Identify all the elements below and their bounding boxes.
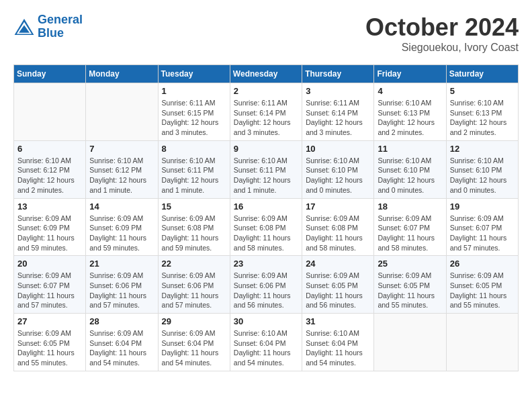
page-header: General Blue October 2024 Siegouekou, Iv… [13, 13, 519, 54]
calendar-cell: 17Sunrise: 6:09 AM Sunset: 6:08 PM Dayli… [302, 198, 374, 256]
day-number: 11 [378, 144, 442, 154]
calendar-cell: 18Sunrise: 6:09 AM Sunset: 6:07 PM Dayli… [374, 198, 446, 256]
day-info: Sunrise: 6:10 AM Sunset: 6:13 PM Dayligh… [450, 98, 515, 138]
day-number: 23 [234, 259, 298, 269]
calendar-cell: 23Sunrise: 6:09 AM Sunset: 6:06 PM Dayli… [230, 256, 302, 314]
day-number: 30 [234, 316, 298, 326]
location-subtitle: Siegouekou, Ivory Coast [365, 42, 519, 54]
header-sunday: Sunday [14, 65, 86, 83]
day-number: 12 [450, 144, 515, 154]
day-number: 3 [306, 86, 370, 96]
calendar-cell: 1Sunrise: 6:11 AM Sunset: 6:15 PM Daylig… [158, 83, 230, 141]
day-info: Sunrise: 6:11 AM Sunset: 6:15 PM Dayligh… [162, 98, 226, 138]
logo-icon [13, 17, 35, 36]
day-number: 18 [378, 201, 442, 212]
calendar-cell: 14Sunrise: 6:09 AM Sunset: 6:09 PM Dayli… [86, 198, 158, 256]
day-info: Sunrise: 6:09 AM Sunset: 6:05 PM Dayligh… [17, 328, 82, 368]
month-title: October 2024 [365, 13, 519, 42]
day-info: Sunrise: 6:10 AM Sunset: 6:11 PM Dayligh… [162, 156, 226, 195]
calendar-week-row: 27Sunrise: 6:09 AM Sunset: 6:05 PM Dayli… [14, 314, 519, 371]
header-monday: Monday [86, 65, 158, 83]
day-number: 16 [234, 201, 298, 212]
day-number: 14 [89, 201, 154, 212]
calendar-cell: 19Sunrise: 6:09 AM Sunset: 6:07 PM Dayli… [446, 198, 518, 256]
day-number: 10 [306, 144, 370, 154]
day-info: Sunrise: 6:09 AM Sunset: 6:08 PM Dayligh… [162, 214, 226, 253]
calendar-cell: 5Sunrise: 6:10 AM Sunset: 6:13 PM Daylig… [446, 83, 518, 141]
calendar-cell [374, 314, 446, 371]
day-info: Sunrise: 6:09 AM Sunset: 6:08 PM Dayligh… [306, 214, 370, 253]
day-info: Sunrise: 6:09 AM Sunset: 6:06 PM Dayligh… [89, 271, 154, 310]
header-wednesday: Wednesday [230, 65, 302, 83]
day-number: 19 [450, 201, 515, 212]
logo: General Blue [13, 13, 83, 40]
day-number: 29 [162, 316, 226, 326]
day-number: 17 [306, 201, 370, 212]
day-info: Sunrise: 6:09 AM Sunset: 6:09 PM Dayligh… [17, 214, 82, 253]
day-info: Sunrise: 6:11 AM Sunset: 6:14 PM Dayligh… [306, 98, 370, 138]
calendar-cell: 12Sunrise: 6:10 AM Sunset: 6:10 PM Dayli… [446, 140, 518, 198]
calendar-cell [446, 314, 518, 371]
day-number: 2 [234, 86, 298, 96]
calendar-cell: 9Sunrise: 6:10 AM Sunset: 6:11 PM Daylig… [230, 140, 302, 198]
calendar-cell: 28Sunrise: 6:09 AM Sunset: 6:04 PM Dayli… [86, 314, 158, 371]
calendar-cell [86, 83, 158, 141]
calendar-cell: 25Sunrise: 6:09 AM Sunset: 6:05 PM Dayli… [374, 256, 446, 314]
calendar-week-row: 13Sunrise: 6:09 AM Sunset: 6:09 PM Dayli… [14, 198, 519, 256]
header-thursday: Thursday [302, 65, 374, 83]
day-number: 25 [378, 259, 442, 269]
day-info: Sunrise: 6:09 AM Sunset: 6:06 PM Dayligh… [234, 271, 298, 310]
calendar-cell: 22Sunrise: 6:09 AM Sunset: 6:06 PM Dayli… [158, 256, 230, 314]
calendar-cell: 29Sunrise: 6:09 AM Sunset: 6:04 PM Dayli… [158, 314, 230, 371]
day-number: 4 [378, 86, 442, 96]
calendar-week-row: 6Sunrise: 6:10 AM Sunset: 6:12 PM Daylig… [14, 140, 519, 198]
day-info: Sunrise: 6:09 AM Sunset: 6:05 PM Dayligh… [450, 271, 515, 310]
day-number: 6 [17, 144, 82, 154]
logo-text: General Blue [38, 13, 83, 40]
day-number: 5 [450, 86, 515, 96]
calendar-cell: 26Sunrise: 6:09 AM Sunset: 6:05 PM Dayli… [446, 256, 518, 314]
calendar-cell: 8Sunrise: 6:10 AM Sunset: 6:11 PM Daylig… [158, 140, 230, 198]
day-info: Sunrise: 6:09 AM Sunset: 6:07 PM Dayligh… [378, 214, 442, 253]
day-number: 22 [162, 259, 226, 269]
day-info: Sunrise: 6:09 AM Sunset: 6:05 PM Dayligh… [306, 271, 370, 310]
header-saturday: Saturday [446, 65, 518, 83]
calendar-cell: 20Sunrise: 6:09 AM Sunset: 6:07 PM Dayli… [14, 256, 86, 314]
calendar-week-row: 20Sunrise: 6:09 AM Sunset: 6:07 PM Dayli… [14, 256, 519, 314]
calendar-cell [14, 83, 86, 141]
day-info: Sunrise: 6:09 AM Sunset: 6:07 PM Dayligh… [17, 271, 82, 310]
day-number: 31 [306, 316, 370, 326]
calendar-cell: 15Sunrise: 6:09 AM Sunset: 6:08 PM Dayli… [158, 198, 230, 256]
day-info: Sunrise: 6:11 AM Sunset: 6:14 PM Dayligh… [234, 98, 298, 138]
day-info: Sunrise: 6:09 AM Sunset: 6:07 PM Dayligh… [450, 214, 515, 253]
day-info: Sunrise: 6:10 AM Sunset: 6:11 PM Dayligh… [234, 156, 298, 195]
day-info: Sunrise: 6:09 AM Sunset: 6:04 PM Dayligh… [89, 328, 154, 368]
calendar-table: SundayMondayTuesdayWednesdayThursdayFrid… [13, 64, 519, 371]
day-info: Sunrise: 6:10 AM Sunset: 6:04 PM Dayligh… [234, 328, 298, 368]
header-friday: Friday [374, 65, 446, 83]
day-number: 8 [162, 144, 226, 154]
day-number: 13 [17, 201, 82, 212]
day-number: 20 [17, 259, 82, 269]
day-number: 28 [89, 316, 154, 326]
day-info: Sunrise: 6:10 AM Sunset: 6:10 PM Dayligh… [306, 156, 370, 195]
day-number: 7 [89, 144, 154, 154]
calendar-cell: 24Sunrise: 6:09 AM Sunset: 6:05 PM Dayli… [302, 256, 374, 314]
day-info: Sunrise: 6:09 AM Sunset: 6:05 PM Dayligh… [378, 271, 442, 310]
calendar-cell: 16Sunrise: 6:09 AM Sunset: 6:08 PM Dayli… [230, 198, 302, 256]
day-number: 9 [234, 144, 298, 154]
day-info: Sunrise: 6:10 AM Sunset: 6:13 PM Dayligh… [378, 98, 442, 138]
calendar-cell: 21Sunrise: 6:09 AM Sunset: 6:06 PM Dayli… [86, 256, 158, 314]
calendar-cell: 7Sunrise: 6:10 AM Sunset: 6:12 PM Daylig… [86, 140, 158, 198]
day-number: 26 [450, 259, 515, 269]
day-number: 21 [89, 259, 154, 269]
header-tuesday: Tuesday [158, 65, 230, 83]
title-block: October 2024 Siegouekou, Ivory Coast [365, 13, 519, 54]
calendar-week-row: 1Sunrise: 6:11 AM Sunset: 6:15 PM Daylig… [14, 83, 519, 141]
day-info: Sunrise: 6:10 AM Sunset: 6:04 PM Dayligh… [306, 328, 370, 368]
day-info: Sunrise: 6:09 AM Sunset: 6:08 PM Dayligh… [234, 214, 298, 253]
calendar-cell: 27Sunrise: 6:09 AM Sunset: 6:05 PM Dayli… [14, 314, 86, 371]
day-info: Sunrise: 6:10 AM Sunset: 6:10 PM Dayligh… [378, 156, 442, 195]
day-number: 15 [162, 201, 226, 212]
calendar-cell: 31Sunrise: 6:10 AM Sunset: 6:04 PM Dayli… [302, 314, 374, 371]
